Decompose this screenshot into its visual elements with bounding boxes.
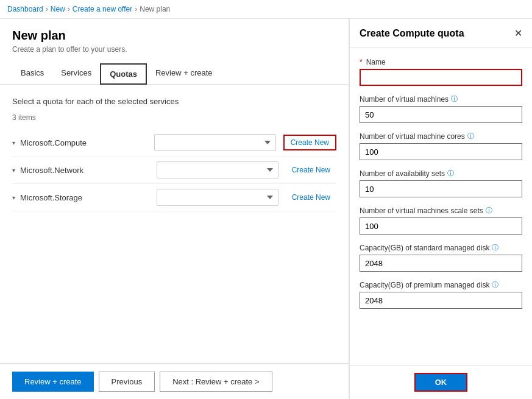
breadcrumb-create-offer[interactable]: Create a new offer xyxy=(73,5,133,13)
content-area: Select a quota for each of the selected … xyxy=(0,85,349,363)
service-name-network: Microsoft.Network xyxy=(20,166,157,175)
side-panel: Create Compute quota ✕ * Name Number of … xyxy=(349,19,532,399)
service-row-compute: ▾ Microsoft.Compute Create New xyxy=(12,129,336,157)
field-group-vmscalesets: Number of virtual machines scale sets ⓘ xyxy=(360,206,522,235)
breadcrumb-new[interactable]: New xyxy=(51,5,65,13)
service-row-network: ▾ Microsoft.Network Create New xyxy=(12,157,336,184)
storage-create-new-button[interactable]: Create New xyxy=(286,191,336,204)
avsets-input[interactable] xyxy=(360,180,522,197)
vmscalesets-input[interactable] xyxy=(360,217,522,235)
next-button[interactable]: Next : Review + create > xyxy=(160,372,272,392)
bottom-bar: Review + create Previous Next : Review +… xyxy=(0,363,349,399)
tab-bar: Basics Services Quotas Review + create xyxy=(0,63,349,85)
compute-create-new-button[interactable]: Create New xyxy=(283,135,336,150)
ok-button[interactable]: OK xyxy=(414,373,468,392)
section-label: Select a quota for each of the selected … xyxy=(12,97,336,106)
tab-review[interactable]: Review + create xyxy=(147,63,221,85)
service-name-compute: Microsoft.Compute xyxy=(20,138,154,147)
tab-quotas[interactable]: Quotas xyxy=(100,63,147,85)
breadcrumb: Dashboard › New › Create a new offer › N… xyxy=(0,0,532,19)
vmcores-info-icon[interactable]: ⓘ xyxy=(467,132,474,141)
vmcores-input[interactable] xyxy=(360,143,522,160)
vms-input[interactable] xyxy=(360,106,522,123)
field-label-name: * Name xyxy=(360,58,522,66)
page-title: New plan xyxy=(12,29,336,43)
chevron-compute[interactable]: ▾ xyxy=(12,139,15,146)
items-count: 3 items xyxy=(12,113,336,122)
network-quota-select[interactable] xyxy=(157,161,278,178)
side-panel-header: Create Compute quota ✕ xyxy=(350,19,532,48)
breadcrumb-current: New plan xyxy=(140,5,170,13)
field-group-avsets: Number of availability sets ⓘ xyxy=(360,169,522,197)
tab-services[interactable]: Services xyxy=(52,63,100,85)
field-label-pmdisk: Capacity(GB) of premium managed disk ⓘ xyxy=(360,280,522,289)
field-label-avsets: Number of availability sets ⓘ xyxy=(360,169,522,178)
avsets-info-icon[interactable]: ⓘ xyxy=(447,169,454,178)
review-create-button[interactable]: Review + create xyxy=(12,372,94,392)
compute-quota-select[interactable] xyxy=(154,134,276,151)
field-group-pmdisk: Capacity(GB) of premium managed disk ⓘ xyxy=(360,280,522,309)
breadcrumb-dashboard[interactable]: Dashboard xyxy=(7,5,43,13)
field-label-stdisk: Capacity(GB) of standard managed disk ⓘ xyxy=(360,243,522,252)
field-group-name: * Name xyxy=(360,58,522,86)
storage-quota-select[interactable] xyxy=(157,189,278,206)
side-panel-content: * Name Number of virtual machines ⓘ Numb… xyxy=(350,48,532,365)
required-marker: * xyxy=(360,58,363,66)
side-panel-footer: OK xyxy=(350,365,532,399)
pmdisk-input[interactable] xyxy=(360,292,522,309)
side-panel-close-button[interactable]: ✕ xyxy=(514,27,522,39)
field-group-vms: Number of virtual machines ⓘ xyxy=(360,94,522,123)
field-label-vmcores: Number of virtual machine cores ⓘ xyxy=(360,132,522,141)
name-input[interactable] xyxy=(360,69,522,86)
field-group-vmcores: Number of virtual machine cores ⓘ xyxy=(360,132,522,160)
field-label-vmscalesets: Number of virtual machines scale sets ⓘ xyxy=(360,206,522,215)
network-create-new-button[interactable]: Create New xyxy=(286,163,336,177)
page-header: New plan Create a plan to offer to your … xyxy=(0,19,349,58)
tab-basics[interactable]: Basics xyxy=(12,63,52,85)
vmscalesets-info-icon[interactable]: ⓘ xyxy=(486,206,492,215)
previous-button[interactable]: Previous xyxy=(99,372,155,392)
vms-info-icon[interactable]: ⓘ xyxy=(451,94,458,104)
pmdisk-info-icon[interactable]: ⓘ xyxy=(492,280,498,289)
field-group-stdisk: Capacity(GB) of standard managed disk ⓘ xyxy=(360,243,522,272)
stdisk-info-icon[interactable]: ⓘ xyxy=(492,243,498,252)
page-subtitle: Create a plan to offer to your users. xyxy=(12,45,336,54)
side-panel-title: Create Compute quota xyxy=(360,28,464,39)
service-row-storage: ▾ Microsoft.Storage Create New xyxy=(12,184,336,211)
chevron-storage[interactable]: ▾ xyxy=(12,194,15,201)
service-name-storage: Microsoft.Storage xyxy=(20,193,157,202)
field-label-vms: Number of virtual machines ⓘ xyxy=(360,94,522,104)
chevron-network[interactable]: ▾ xyxy=(12,167,15,174)
stdisk-input[interactable] xyxy=(360,255,522,272)
